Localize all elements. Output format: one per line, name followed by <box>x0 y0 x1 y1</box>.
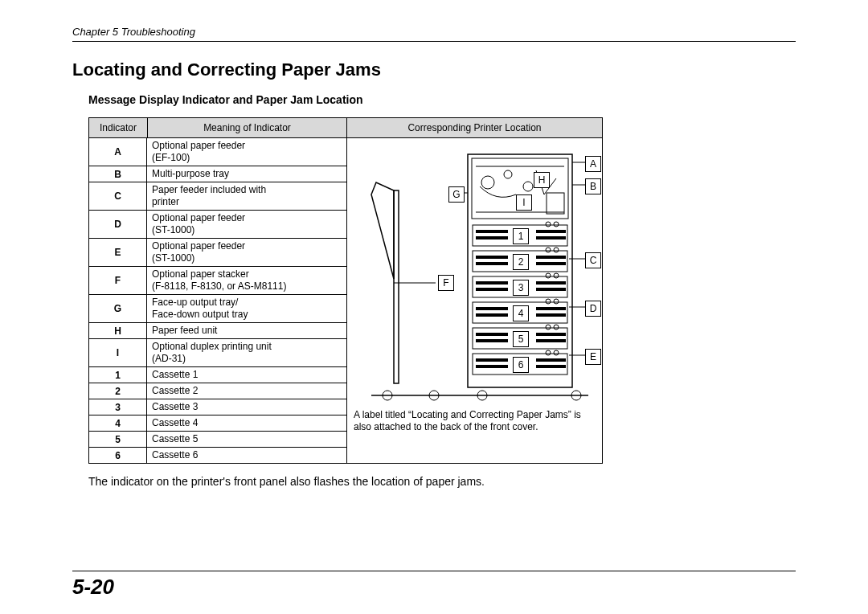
meaning-cell: Face-up output tray/Face-down output tra… <box>147 295 346 322</box>
location-column: Corresponding Printer Location <box>346 118 602 463</box>
label-F: F <box>438 275 454 291</box>
indicator-cell: H <box>89 323 147 338</box>
svg-point-48 <box>546 299 551 304</box>
label-5: 5 <box>513 331 529 347</box>
meaning-cell: Cassette 1 <box>147 367 346 383</box>
meaning-cell: Optional paper stacker(F-8118, F-8130, o… <box>147 267 346 294</box>
chapter-header: Chapter 5 Troubleshooting <box>72 26 796 42</box>
table-row: HPaper feed unit <box>89 323 346 339</box>
indicator-cell: 4 <box>89 415 147 431</box>
printer-illustration <box>347 138 603 407</box>
meaning-cell: Paper feeder included withprinter <box>147 182 346 210</box>
meaning-cell: Optional paper feeder(EF-100) <box>147 138 346 166</box>
label-E: E <box>585 349 601 365</box>
header-meaning: Meaning of Indicator <box>148 122 346 133</box>
meaning-cell: Paper feed unit <box>147 323 346 338</box>
table-row: CPaper feeder included withprinter <box>89 182 346 211</box>
svg-point-52 <box>546 350 551 355</box>
printer-diagram: G F H I A B C D E 1 2 3 4 5 6 A label ti… <box>347 138 602 439</box>
label-4: 4 <box>513 305 529 321</box>
table-row: GFace-up output tray/Face-down output tr… <box>89 295 346 323</box>
indicator-cell: 2 <box>89 383 147 399</box>
indicator-table: Indicator Meaning of Indicator AOptional… <box>89 118 346 463</box>
label-6: 6 <box>513 357 529 373</box>
svg-point-46 <box>546 273 551 278</box>
meaning-cell: Cassette 6 <box>147 448 346 463</box>
body-text: The indicator on the printer's front pan… <box>88 475 796 488</box>
page-number: 5-20 <box>72 571 796 600</box>
meaning-cell: Optional duplex printing unit(AD-31) <box>147 339 346 366</box>
svg-point-50 <box>546 325 551 330</box>
table-header-row: Indicator Meaning of Indicator <box>89 118 346 138</box>
meaning-cell: Cassette 2 <box>147 383 346 399</box>
table-row: DOptional paper feeder(ST-1000) <box>89 211 346 239</box>
data-rows: AOptional paper feeder(EF-100)BMulti-pur… <box>89 138 346 463</box>
header-location-label: Corresponding Printer Location <box>407 122 541 133</box>
subsection-title: Message Display Indicator and Paper Jam … <box>72 93 796 106</box>
indicator-cell: D <box>89 211 147 238</box>
table-row: 6Cassette 6 <box>89 448 346 463</box>
table-row: IOptional duplex printing unit(AD-31) <box>89 339 346 367</box>
indicator-cell: E <box>89 239 147 266</box>
indicator-cell: G <box>89 295 147 322</box>
diagram-note: A label titled “Locating and Correcting … <box>354 409 596 434</box>
table-row: AOptional paper feeder(EF-100) <box>89 138 346 166</box>
indicator-cell: F <box>89 267 147 294</box>
page: Chapter 5 Troubleshooting Locating and C… <box>0 0 868 614</box>
label-1: 1 <box>513 228 529 244</box>
svg-point-47 <box>554 273 559 278</box>
label-H: H <box>534 172 550 188</box>
svg-point-42 <box>546 222 551 227</box>
table-row: BMulti-purpose tray <box>89 166 346 182</box>
svg-point-43 <box>554 222 559 227</box>
content-frame: Indicator Meaning of Indicator AOptional… <box>88 117 603 464</box>
meaning-cell: Cassette 3 <box>147 399 346 415</box>
svg-point-51 <box>554 325 559 330</box>
svg-point-44 <box>546 248 551 252</box>
svg-rect-0 <box>394 190 399 383</box>
table-row: 5Cassette 5 <box>89 432 346 448</box>
meaning-cell: Optional paper feeder(ST-1000) <box>147 211 346 238</box>
label-A: A <box>585 156 601 172</box>
meaning-cell: Cassette 4 <box>147 415 346 431</box>
table-row: 3Cassette 3 <box>89 399 346 415</box>
label-D: D <box>585 301 601 317</box>
label-I: I <box>516 194 532 211</box>
svg-point-45 <box>554 248 559 252</box>
label-G: G <box>448 186 465 203</box>
svg-point-53 <box>554 350 559 355</box>
indicator-cell: 3 <box>89 399 147 415</box>
label-3: 3 <box>513 280 529 296</box>
table-row: 4Cassette 4 <box>89 415 346 432</box>
table-row: 2Cassette 2 <box>89 383 346 399</box>
table-row: EOptional paper feeder(ST-1000) <box>89 239 346 267</box>
svg-rect-11 <box>547 193 564 214</box>
meaning-cell: Multi-purpose tray <box>147 166 346 182</box>
label-C: C <box>585 252 601 268</box>
section-title: Locating and Correcting Paper Jams <box>72 59 796 80</box>
indicator-cell: A <box>89 138 147 166</box>
header-indicator: Indicator <box>89 118 148 137</box>
svg-point-9 <box>504 170 512 178</box>
indicator-cell: 5 <box>89 432 147 447</box>
table-row: FOptional paper stacker(F-8118, F-8130, … <box>89 267 346 295</box>
indicator-cell: I <box>89 339 147 366</box>
indicator-cell: 1 <box>89 367 147 383</box>
svg-point-10 <box>523 182 533 191</box>
indicator-cell: B <box>89 166 147 182</box>
indicator-cell: C <box>89 182 147 210</box>
label-B: B <box>585 178 601 194</box>
meaning-cell: Optional paper feeder(ST-1000) <box>147 239 346 266</box>
svg-point-49 <box>554 299 559 304</box>
header-location: Corresponding Printer Location <box>347 118 602 138</box>
table-row: 1Cassette 1 <box>89 367 346 383</box>
meaning-cell: Cassette 5 <box>147 432 346 447</box>
label-2: 2 <box>513 254 529 270</box>
indicator-cell: 6 <box>89 448 147 463</box>
svg-point-8 <box>481 176 494 189</box>
